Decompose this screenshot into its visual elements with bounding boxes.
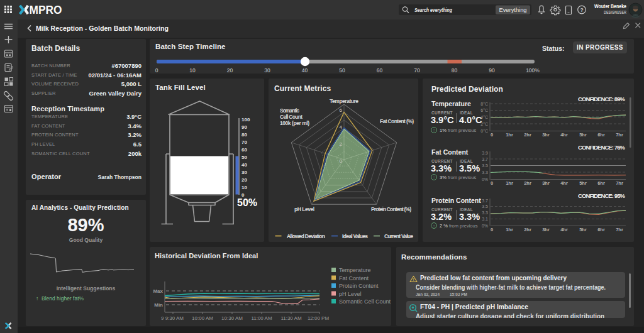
svg-text:Everything: Everything [499, 7, 527, 13]
svg-text:4hr: 4hr [560, 132, 568, 138]
svg-text:3hr: 3hr [542, 180, 550, 186]
svg-text:1hr: 1hr [506, 180, 513, 186]
svg-text:100k (per ml): 100k (per ml) [280, 120, 309, 126]
svg-text:3.9: 3.9 [482, 151, 488, 155]
svg-text:?: ? [580, 7, 583, 13]
svg-text:90: 90 [242, 124, 247, 130]
svg-text:0: 0 [155, 67, 158, 74]
svg-text:Current Value: Current Value [384, 233, 413, 239]
svg-text:50: 50 [339, 67, 345, 74]
svg-text:2: 2 [340, 141, 343, 147]
svg-text:Cell Count: Cell Count [280, 114, 303, 120]
svg-text:4hr: 4hr [560, 180, 568, 186]
svg-text:50%: 50% [237, 197, 257, 208]
svg-text:pH Level: pH Level [294, 206, 314, 212]
svg-text:40: 40 [302, 67, 308, 74]
svg-text:Temperature: Temperature [330, 98, 358, 104]
svg-text:7hr: 7hr [616, 132, 623, 138]
svg-text:6hr: 6hr [597, 227, 605, 232]
svg-text:4°C: 4°C [480, 115, 488, 119]
svg-text:0: 0 [491, 132, 493, 138]
svg-text:11:00 AM: 11:00 AM [251, 315, 272, 321]
svg-text:Somantic: Somantic [280, 107, 299, 114]
svg-text:60: 60 [242, 147, 247, 153]
svg-text:CONFIDENCE: 89%: CONFIDENCE: 89% [578, 96, 626, 102]
svg-text:10: 10 [189, 67, 196, 74]
svg-text:Ideal Values: Ideal Values [342, 233, 368, 239]
svg-text:CONFIDENCE: 76%: CONFIDENCE: 76% [578, 144, 626, 151]
svg-text:0%: 0% [482, 224, 488, 228]
svg-text:3.3: 3.3 [482, 210, 488, 215]
svg-text:40: 40 [242, 162, 247, 168]
svg-text:15:02 PM: 15:02 PM [450, 292, 467, 297]
svg-text:4: 4 [340, 124, 343, 130]
svg-text:6hr: 6hr [597, 132, 605, 138]
svg-text:3.5: 3.5 [482, 204, 488, 209]
svg-text:20: 20 [242, 177, 247, 183]
svg-text:70: 70 [242, 139, 247, 145]
svg-text:20: 20 [227, 67, 233, 74]
svg-text:CONFIDENCE: 95%: CONFIDENCE: 95% [578, 192, 626, 199]
svg-text:2hr: 2hr [524, 227, 531, 232]
svg-text:10: 10 [242, 185, 247, 190]
svg-text:3.5: 3.5 [482, 163, 488, 168]
svg-text:6hr: 6hr [597, 180, 605, 186]
svg-text:2hr: 2hr [524, 180, 531, 186]
svg-text:10:30 AM: 10:30 AM [221, 315, 243, 321]
svg-text:Adjust starter culture dosage: Adjust starter culture dosage and check … [416, 313, 604, 318]
svg-text:2hr: 2hr [524, 132, 531, 138]
svg-text:0: 0 [491, 227, 493, 232]
svg-text:6: 6 [340, 107, 343, 113]
svg-text:Search everything: Search everything [414, 7, 452, 13]
svg-text:DESIGNUSER: DESIGNUSER [604, 10, 626, 14]
svg-text:50: 50 [242, 155, 247, 160]
svg-text:Predicted low fat content from: Predicted low fat content from upcoming … [420, 274, 567, 281]
svg-text:1hr: 1hr [506, 132, 513, 138]
svg-text:Milk Reception - Golden Batch: Milk Reception - Golden Batch Monitoring [36, 25, 169, 32]
svg-text:5hr: 5hr [579, 227, 587, 232]
svg-text:0°C: 0°C [480, 129, 488, 133]
svg-text:7hr: 7hr [616, 227, 623, 232]
svg-text:pH Level: pH Level [339, 291, 362, 297]
svg-text:Min: Min [154, 302, 163, 308]
svg-text:Allowed Deviation: Allowed Deviation [287, 233, 325, 239]
svg-text:0%: 0% [482, 177, 488, 182]
svg-text:5hr: 5hr [579, 180, 587, 186]
svg-text:11:30 AM: 11:30 AM [280, 315, 302, 321]
svg-text:80: 80 [452, 67, 458, 74]
svg-text:100: 100 [242, 117, 250, 123]
svg-text:Somantic Cell Count: Somantic Cell Count [339, 298, 391, 305]
svg-text:5hr: 5hr [579, 132, 587, 138]
svg-text:Jan 02, 2024: Jan 02, 2024 [416, 292, 440, 297]
svg-text:30: 30 [264, 67, 270, 74]
svg-text:Max: Max [153, 288, 163, 294]
svg-text:Temperature: Temperature [339, 267, 371, 273]
svg-text:30: 30 [242, 170, 247, 175]
svg-text:Protein Content: Protein Content [339, 283, 379, 289]
svg-text:FT04 - PH | Predicted pH Imbal: FT04 - PH | Predicted pH Imbalance [420, 303, 528, 310]
svg-text:3.7: 3.7 [482, 199, 488, 203]
svg-text:3hr: 3hr [542, 132, 550, 138]
svg-text:70: 70 [414, 67, 420, 74]
svg-text:7hr: 7hr [616, 180, 623, 186]
svg-text:Consider blending with higher-: Consider blending with higher-fat milk t… [416, 284, 606, 291]
svg-text:9 9:30 AM: 9 9:30 AM [161, 315, 184, 321]
svg-text:4hr: 4hr [560, 227, 568, 232]
svg-text:60: 60 [377, 67, 383, 74]
svg-text:Fat Content (%): Fat Content (%) [380, 118, 414, 124]
svg-text:0: 0 [491, 180, 493, 186]
svg-text:3.1: 3.1 [482, 217, 488, 221]
svg-text:80: 80 [242, 132, 247, 138]
svg-text:3.3: 3.3 [482, 170, 488, 175]
svg-text:6°C: 6°C [480, 108, 488, 112]
svg-text:2°C: 2°C [480, 122, 488, 126]
svg-text:0: 0 [340, 158, 343, 164]
svg-text:12:00 PM: 12:00 PM [308, 315, 330, 321]
svg-text:1hr: 1hr [506, 227, 513, 232]
svg-text:3.7: 3.7 [482, 157, 488, 161]
svg-text:Fat Content: Fat Content [339, 275, 369, 281]
svg-text:8°C: 8°C [480, 102, 488, 106]
svg-text:MPRO: MPRO [30, 3, 62, 16]
svg-text:Wouter Beneke: Wouter Beneke [594, 3, 626, 9]
svg-text:Protein Content (%): Protein Content (%) [371, 206, 411, 212]
